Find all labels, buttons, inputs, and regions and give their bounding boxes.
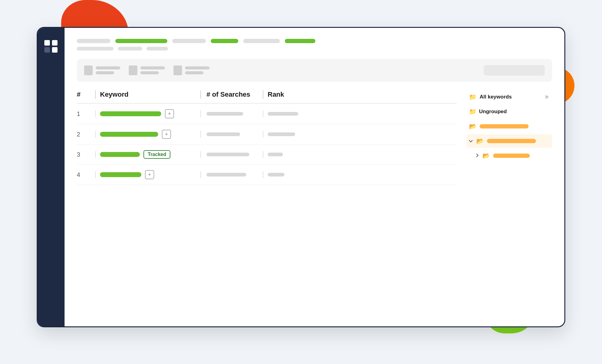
table-row: 4 + (77, 165, 457, 185)
folder-ungrouped-icon: 📁 (469, 108, 477, 115)
col-header-searches: # of Searches (202, 91, 263, 98)
row-4-searches-cell (202, 173, 263, 176)
filter-block-3 (173, 65, 210, 75)
logo-square-3 (44, 47, 50, 53)
table-row: 3 Tracked (77, 145, 457, 164)
row-4-divider-3 (263, 171, 263, 178)
nav-pill-4-green[interactable] (211, 39, 238, 43)
sub-pill-1[interactable] (77, 47, 113, 50)
keyword-groups-panel: 📁 All keywords 📁 Ungrouped 📂 (466, 90, 552, 317)
filter-icon-1 (84, 65, 93, 75)
row-1-searches-bar (206, 112, 243, 116)
filter-line-3b (185, 71, 203, 74)
row-3-searches-cell (202, 153, 263, 156)
row-4-rank-bar (268, 173, 284, 176)
table-row-2-container: 2 + (77, 124, 457, 145)
row-4-searches-bar (206, 173, 246, 176)
table-row: 2 + (77, 124, 457, 144)
row-2-divider-1 (95, 131, 96, 138)
nav-pill-3[interactable] (172, 39, 206, 43)
row-3-keyword-cell: Tracked (96, 150, 200, 159)
ungrouped-label: Ungrouped (479, 109, 507, 115)
row-2-rank-bar (268, 132, 295, 136)
col-header-rank: Rank (264, 91, 313, 98)
col-header-number: # (77, 91, 95, 98)
sub-pill-2[interactable] (118, 47, 142, 50)
group-ungrouped[interactable]: 📁 Ungrouped (466, 105, 552, 118)
nav-pill-2-green[interactable] (115, 39, 167, 43)
table-row-3-container: 3 Tracked (77, 145, 457, 165)
row-4-add-button[interactable]: + (145, 170, 154, 179)
row-2-searches-cell (202, 132, 263, 136)
filter-line-3a (185, 66, 210, 69)
row-3-rank-bar (268, 153, 283, 156)
filter-line-1b (96, 71, 114, 74)
nav-pill-5[interactable] (243, 39, 280, 43)
row-3-divider-1 (95, 151, 96, 158)
nav-pill-6-green[interactable] (285, 39, 315, 43)
chevron-right-icon (476, 154, 479, 158)
table-row-4-container: 4 + (77, 165, 457, 185)
logo-square-1 (44, 40, 50, 46)
group-item-2-active[interactable]: 📂 (466, 134, 552, 148)
top-nav (77, 39, 552, 43)
group-item-3-sub[interactable]: 📂 (466, 149, 552, 162)
row-4-keyword-bar (100, 172, 141, 177)
filter-search-input[interactable] (484, 65, 545, 76)
row-3-number: 3 (77, 151, 95, 158)
table-header: # Keyword # of Searches Rank (77, 90, 457, 104)
header-divider-2 (200, 90, 201, 99)
row-1-add-button[interactable]: + (165, 109, 174, 118)
row-3-searches-bar (206, 153, 249, 156)
group-3-label-bar (493, 154, 530, 158)
row-2-number: 2 (77, 131, 95, 138)
row-1-number: 1 (77, 110, 95, 117)
group-all-keywords[interactable]: 📁 All keywords (466, 90, 552, 104)
logo-square-2 (52, 40, 58, 46)
row-1-rank-cell (264, 112, 313, 116)
row-1-divider-2 (200, 110, 201, 117)
group-item-1[interactable]: 📂 (466, 120, 552, 133)
filter-lines-1 (96, 66, 120, 74)
sidebar-logo (44, 40, 58, 53)
filter-block-1 (84, 65, 120, 75)
row-2-divider-2 (200, 131, 201, 138)
sub-pill-3[interactable] (147, 47, 168, 50)
folder-group-3-icon: 📂 (482, 152, 490, 159)
keywords-table: # Keyword # of Searches Rank 1 (77, 90, 457, 317)
folder-group-2-icon: 📂 (476, 137, 484, 145)
filter-lines-2 (140, 66, 165, 74)
nav-pill-1[interactable] (77, 39, 110, 43)
row-2-keyword-bar (100, 132, 158, 137)
row-1-searches-cell (202, 112, 263, 116)
filter-icon-2 (129, 65, 137, 75)
col-header-keyword: Keyword (96, 91, 200, 98)
sidebar (38, 28, 65, 326)
chevron-down-icon (469, 139, 473, 143)
filter-line-1a (96, 66, 120, 69)
row-1-divider-1 (95, 110, 96, 117)
row-1-rank-bar (268, 112, 298, 116)
row-3-divider-2 (200, 151, 201, 158)
browser-window: # Keyword # of Searches Rank 1 (37, 27, 565, 327)
row-2-divider-3 (263, 131, 263, 138)
row-2-rank-cell (264, 132, 313, 136)
table-row: 1 + (77, 104, 457, 124)
all-keywords-label: All keywords (480, 94, 541, 100)
row-4-keyword-cell: + (96, 170, 200, 179)
filter-items (84, 65, 210, 75)
group-1-label-bar (480, 124, 529, 128)
main-content: # Keyword # of Searches Rank 1 (65, 28, 564, 326)
row-4-rank-cell (264, 173, 313, 176)
filter-line-2b (140, 71, 159, 74)
row-1-keyword-bar (100, 111, 161, 116)
logo-square-4 (52, 47, 58, 53)
table-area: # Keyword # of Searches Rank 1 (77, 90, 552, 317)
filter-bar (77, 59, 552, 82)
row-3-divider-3 (263, 151, 263, 158)
folder-group-1-icon: 📂 (469, 123, 477, 130)
row-2-add-button[interactable]: + (162, 130, 171, 139)
filter-lines-3 (185, 66, 210, 74)
double-chevron-icon (544, 95, 550, 99)
filter-line-2a (140, 66, 165, 69)
